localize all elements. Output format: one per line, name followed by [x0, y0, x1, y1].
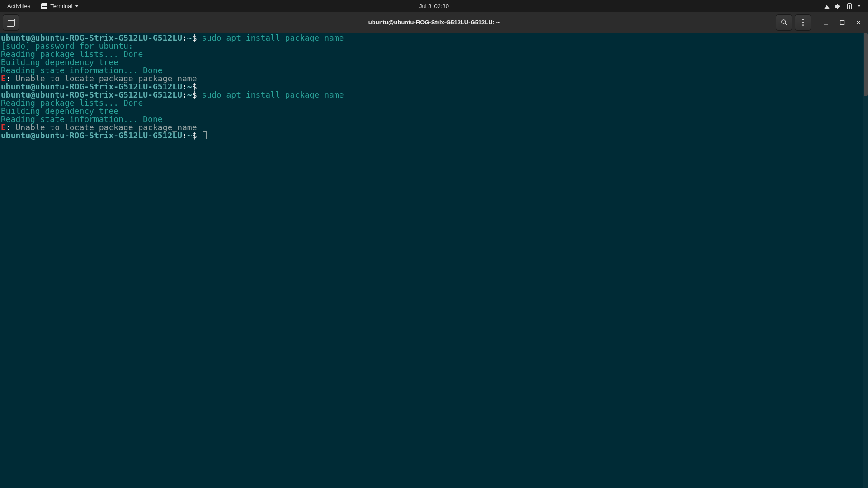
svg-line-1 — [785, 23, 787, 25]
system-status-area[interactable] — [820, 1, 864, 11]
search-button[interactable] — [776, 14, 792, 31]
terminal-cursor — [203, 131, 207, 139]
prompt-sep: : — [182, 33, 187, 42]
gnome-top-bar: Activities Terminal Jul 3 02:30 — [0, 0, 868, 12]
svg-rect-2 — [824, 24, 828, 25]
prompt-symbol: $ — [192, 90, 197, 99]
minimize-icon — [823, 20, 829, 25]
prompt-user-host: ubuntu@ubuntu-ROG-Strix-G512LU-G512LU — [1, 131, 182, 140]
clock-button[interactable]: Jul 3 02:30 — [415, 1, 453, 11]
power-caret-icon — [857, 5, 861, 7]
prompt-path: ~ — [187, 33, 192, 42]
terminal-output: ubuntu@ubuntu-ROG-Strix-G512LU-G512LU:~$… — [0, 33, 868, 141]
hamburger-menu-button[interactable] — [795, 14, 811, 31]
app-menu-button[interactable]: Terminal — [38, 1, 82, 11]
search-icon — [781, 19, 788, 26]
activities-button[interactable]: Activities — [4, 1, 34, 11]
activities-label: Activities — [7, 3, 30, 9]
network-icon — [824, 5, 830, 9]
scrollbar-thumb[interactable] — [864, 33, 868, 96]
cmd-line-2: sudo apt install package_name — [197, 90, 344, 99]
prompt-sep: : — [182, 90, 187, 99]
clock-date: Jul 3 — [419, 3, 431, 9]
close-icon — [856, 20, 861, 25]
minimize-button[interactable] — [819, 16, 833, 29]
cmd-line-1: sudo apt install package_name — [197, 33, 344, 42]
maximize-button[interactable] — [835, 16, 849, 29]
app-menu-label: Terminal — [50, 3, 72, 9]
terminal-header-bar: ubuntu@ubuntu-ROG-Strix-G512LU-G512LU: ~ — [0, 12, 868, 33]
prompt-symbol: $ — [192, 131, 197, 140]
new-tab-icon — [7, 19, 15, 27]
new-tab-button[interactable] — [3, 14, 19, 31]
prompt-path: ~ — [187, 90, 192, 99]
terminal-scrollbar[interactable] — [863, 33, 868, 488]
terminal-app-icon — [41, 3, 47, 9]
prompt-symbol: $ — [192, 33, 197, 42]
terminal-viewport[interactable]: ubuntu@ubuntu-ROG-Strix-G512LU-G512LU:~$… — [0, 33, 868, 488]
svg-rect-3 — [840, 20, 844, 24]
prompt-path: ~ — [187, 131, 192, 140]
close-button[interactable] — [852, 16, 865, 29]
prompt-sep: : — [182, 131, 187, 140]
window-title: ubuntu@ubuntu-ROG-Strix-G512LU-G512LU: ~ — [368, 19, 500, 26]
dropdown-caret-icon — [75, 5, 79, 7]
maximize-icon — [840, 20, 845, 25]
clock-time: 02:30 — [434, 3, 449, 9]
volume-icon — [835, 3, 842, 9]
kebab-menu-icon — [802, 19, 804, 26]
battery-icon — [847, 3, 852, 9]
